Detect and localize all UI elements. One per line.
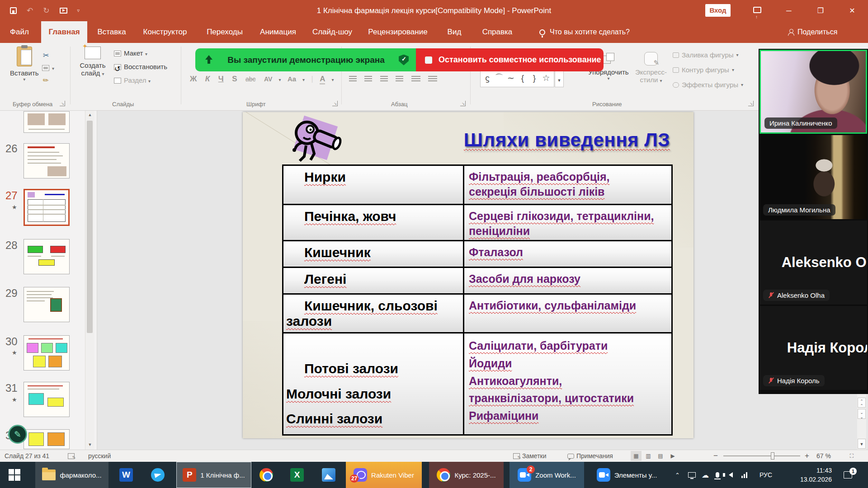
tab-review[interactable]: Рецензирование: [364, 21, 432, 43]
slide-sorter-view-button[interactable]: ▥: [643, 451, 654, 461]
video-tile-camera-off[interactable]: Надія Король Надія Король: [760, 306, 867, 390]
bold-button[interactable]: Ж: [190, 75, 197, 83]
route-cell[interactable]: Печінка, жовч: [304, 209, 396, 224]
normal-view-button[interactable]: ▦: [631, 451, 642, 461]
drugs-cell[interactable]: Фільтрація, реабсорбція, секреція більшо…: [469, 170, 609, 198]
scrollbar-thumb[interactable]: [87, 121, 93, 333]
new-slide-button[interactable]: Создать слайд ▾: [76, 47, 109, 77]
comments-toggle[interactable]: Примечания: [567, 450, 613, 462]
align-right-button[interactable]: [380, 76, 388, 82]
tray-monitor-icon[interactable]: [688, 462, 696, 488]
taskbar-folder-button[interactable]: фармаколо...: [35, 462, 108, 488]
align-left-button[interactable]: [349, 76, 357, 82]
slide-thumbnail[interactable]: [24, 287, 70, 322]
slide-thumbnail[interactable]: [24, 143, 70, 178]
slide-title[interactable]: Шляхи виведення ЛЗ: [464, 129, 670, 151]
tab-transitions[interactable]: Переходы: [200, 21, 250, 43]
route-cell[interactable]: Кишечник, сльозові залози: [286, 298, 438, 328]
thumbnail-scrollbar[interactable]: ▲ ▼: [85, 111, 94, 450]
taskbar-telegram-button[interactable]: [146, 462, 170, 488]
taskbar-powerpoint-button[interactable]: P 1 Клінічна ф...: [176, 462, 251, 488]
video-tile-camera-off[interactable]: Aleksenko Olha Aleksenko Olha: [760, 221, 867, 305]
cut-button[interactable]: ✂: [43, 51, 49, 60]
taskbar-zoom-workplace-button[interactable]: 2 Zoom Work...: [509, 462, 584, 488]
fit-to-window-button[interactable]: ⛶: [846, 451, 857, 461]
drugs-cell[interactable]: Фталазол: [469, 246, 523, 258]
stop-share-button[interactable]: Остановить совместное использование: [416, 48, 604, 71]
zoom-percentage[interactable]: 67 %: [816, 450, 831, 462]
tab-file[interactable]: Файл: [6, 21, 33, 43]
underline-button[interactable]: Ч: [218, 75, 224, 83]
annotation-pencil-button[interactable]: ✎: [8, 425, 27, 444]
route-cell[interactable]: Кишечник: [304, 245, 371, 260]
format-painter-button[interactable]: ✎: [41, 75, 51, 85]
notes-toggle[interactable]: Заметки: [513, 450, 547, 462]
taskbar-zoom-elements-button[interactable]: Элементы у...: [590, 462, 664, 488]
action-center-button[interactable]: 1: [844, 462, 852, 488]
shape-fill-button[interactable]: Заливка фигуры▾: [673, 51, 739, 59]
taskbar-word-button[interactable]: W: [114, 462, 138, 488]
quick-styles-button[interactable]: Экспресс- стили ▾: [635, 52, 667, 84]
reset-button[interactable]: ↺Восстановить: [114, 63, 167, 71]
font-dialog-launcher[interactable]: [332, 101, 338, 106]
copy-button[interactable]: ▾: [42, 64, 54, 72]
taskbar-photos-button[interactable]: [316, 462, 341, 488]
tab-design[interactable]: Конструктор: [136, 21, 194, 43]
slide-thumbnail-current[interactable]: [24, 189, 70, 226]
tray-show-hidden-icons[interactable]: ⌃: [675, 462, 680, 488]
clipboard-dialog-launcher[interactable]: [60, 101, 65, 106]
taskbar-course-chrome-button[interactable]: Курс: 2025-...: [429, 462, 504, 488]
shape-effects-button[interactable]: Эффекты фигуры▾: [673, 81, 743, 89]
tray-onedrive-icon[interactable]: ☁: [702, 462, 709, 488]
paragraph-dialog-launcher[interactable]: [460, 101, 466, 106]
previous-slide-button[interactable]: ⌃⌃: [858, 398, 866, 408]
slide-thumbnail[interactable]: [24, 111, 70, 133]
font-color-button[interactable]: A: [320, 75, 325, 84]
notes-pen-icon[interactable]: [68, 450, 75, 462]
drugs-cell[interactable]: Антибіотики, сульфаніламіди: [469, 299, 636, 312]
drugs-cell[interactable]: Засоби для наркозу: [469, 272, 580, 285]
drawing-dialog-launcher[interactable]: [748, 101, 754, 106]
restore-button[interactable]: ❐: [810, 0, 831, 21]
zoom-out-button[interactable]: −: [713, 450, 718, 462]
tab-home[interactable]: Главная: [41, 21, 87, 43]
drugs-cell[interactable]: Саліцилати, барбітурати Йодиди Антикоагу…: [469, 339, 634, 422]
route-cell[interactable]: Потові залози Молочні залози Слинні зало…: [286, 361, 398, 426]
minimize-button[interactable]: ─: [778, 0, 799, 21]
slide-thumbnail[interactable]: [24, 429, 70, 449]
tab-animations[interactable]: Анимация: [255, 21, 301, 43]
share-button[interactable]: Поделиться: [788, 21, 837, 43]
taskbar-viber-button[interactable]: 27 Rakuten Viber: [346, 462, 422, 488]
spyglass-cartoon-clipart[interactable]: [288, 114, 347, 167]
route-cell[interactable]: Легені: [304, 272, 346, 286]
video-tile-active-speaker[interactable]: Ирина Калиниченко: [760, 50, 867, 134]
drugs-cell[interactable]: Серцеві глікозиди, тетрацикліни, пеніцил…: [469, 210, 654, 237]
tab-view[interactable]: Вид: [441, 21, 468, 43]
layout-button[interactable]: Макет ▾: [114, 49, 147, 57]
slide-thumbnail[interactable]: [24, 335, 70, 371]
start-button[interactable]: [4, 462, 25, 488]
ribbon-display-options-button[interactable]: [747, 0, 768, 21]
columns-button[interactable]: [428, 76, 437, 82]
paste-button[interactable]: Вставить ▾: [10, 47, 39, 82]
slide-thumbnail[interactable]: [24, 382, 70, 417]
tray-clock[interactable]: 11:43 13.02.2026: [789, 466, 832, 484]
justify-button[interactable]: [396, 76, 403, 82]
video-tile[interactable]: Людмила Могильна: [760, 135, 867, 219]
scroll-up-icon[interactable]: ▲: [85, 111, 94, 119]
next-slide-button[interactable]: ⌄⌄: [858, 409, 866, 419]
taskbar-excel-button[interactable]: X: [285, 462, 309, 488]
text-shadow-button[interactable]: S: [232, 75, 237, 83]
close-button[interactable]: ✕: [842, 0, 863, 21]
tell-me-box[interactable]: Что вы хотите сделать?: [539, 21, 630, 43]
language-indicator[interactable]: русский: [88, 450, 111, 462]
scroll-down-icon[interactable]: ▼: [858, 439, 866, 449]
tray-network-icon[interactable]: [741, 462, 747, 488]
shape-outline-button[interactable]: Контур фигуры▾: [673, 66, 734, 74]
zoom-slider[interactable]: [723, 455, 800, 456]
tray-speaker-icon[interactable]: [729, 462, 733, 488]
route-cell[interactable]: Нирки: [304, 169, 346, 184]
reading-view-button[interactable]: ▤: [655, 451, 666, 461]
slideshow-view-button[interactable]: ▶: [667, 451, 678, 461]
tab-slideshow[interactable]: Слайд-шоу: [307, 21, 357, 43]
